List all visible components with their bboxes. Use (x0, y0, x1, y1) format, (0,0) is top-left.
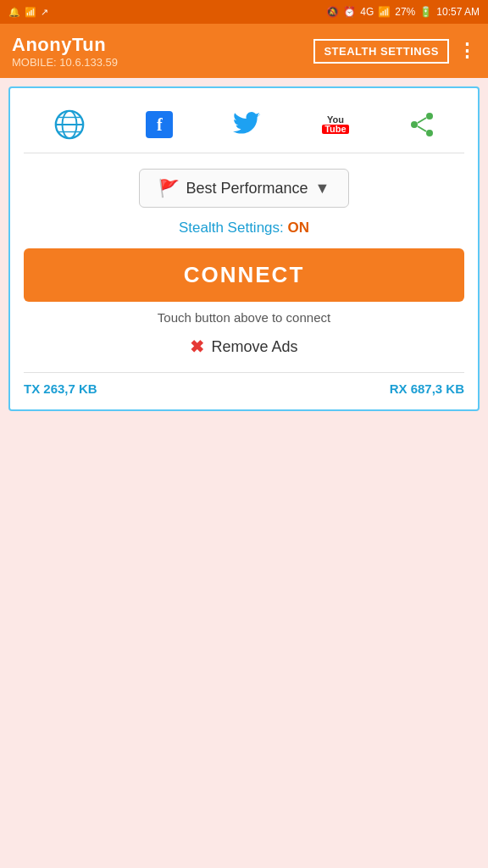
tx-stat: TX 263,7 KB (24, 381, 97, 396)
nav-icons-row: f You Tube (24, 102, 464, 153)
battery-label: 27% (395, 6, 415, 18)
performance-section: 🚩 Best Performance ▼ (24, 169, 464, 208)
globe-icon (53, 108, 86, 141)
mute-icon: 🔕 (326, 6, 339, 18)
more-options-button[interactable]: ⋮ (458, 40, 476, 62)
network-label: 4G (360, 6, 374, 18)
battery-icon: 🔋 (419, 6, 432, 18)
performance-label: Best Performance (186, 180, 308, 198)
stealth-settings-button[interactable]: STEALTH SETTINGS (313, 39, 449, 64)
share-nav-button[interactable] (409, 112, 435, 137)
hint-text: Touch button above to connect (24, 310, 464, 325)
svg-line-8 (418, 118, 426, 123)
transfer-stats: TX 263,7 KB RX 687,3 KB (24, 372, 464, 396)
stealth-status-label: Stealth Settings: (179, 220, 284, 236)
signal-icon: 📶 (378, 6, 391, 18)
header-actions: STEALTH SETTINGS ⋮ (313, 39, 476, 64)
app-name: AnonyTun (12, 34, 118, 56)
share-status-icon: ↗ (41, 7, 48, 18)
notification-icon: 🔔 (8, 7, 20, 18)
rx-stat: RX 687,3 KB (390, 381, 464, 396)
status-right-icons: 🔕 ⏰ 4G 📶 27% 🔋 10:57 AM (326, 6, 480, 18)
facebook-nav-button[interactable]: f (146, 111, 173, 138)
main-panel: f You Tube (8, 86, 480, 411)
stealth-status-row: Stealth Settings: ON (24, 220, 464, 236)
flag-icon: 🚩 (158, 178, 180, 198)
header-title-area: AnonyTun MOBILE: 10.6.133.59 (12, 34, 118, 69)
youtube-nav-button[interactable]: You Tube (322, 115, 348, 134)
remove-ads-label: Remove Ads (211, 338, 297, 356)
app-header: AnonyTun MOBILE: 10.6.133.59 STEALTH SET… (0, 24, 488, 78)
twitter-icon (233, 112, 262, 137)
wifi-icon: 📶 (25, 7, 36, 18)
remove-ads-row[interactable]: ✖ Remove Ads (24, 337, 464, 357)
alarm-icon: ⏰ (343, 6, 356, 18)
stealth-status-value: ON (288, 220, 310, 236)
svg-point-6 (411, 121, 418, 128)
svg-line-9 (418, 126, 426, 131)
youtube-icon: You Tube (322, 115, 348, 134)
svg-point-7 (426, 130, 433, 136)
twitter-nav-button[interactable] (233, 112, 262, 137)
app-subtitle: MOBILE: 10.6.133.59 (12, 56, 118, 69)
clock: 10:57 AM (436, 6, 480, 18)
facebook-icon: f (146, 111, 173, 138)
remove-ads-icon: ✖ (190, 337, 204, 357)
globe-nav-button[interactable] (53, 108, 86, 141)
status-bar: 🔔 📶 ↗ 🔕 ⏰ 4G 📶 27% 🔋 10:57 AM (0, 0, 488, 24)
status-left-icons: 🔔 📶 ↗ (8, 7, 48, 18)
connect-button[interactable]: CONNECT (24, 248, 464, 302)
performance-selector-button[interactable]: 🚩 Best Performance ▼ (139, 169, 350, 208)
svg-point-5 (426, 113, 433, 120)
share-icon (409, 112, 435, 137)
chevron-down-icon: ▼ (315, 180, 330, 198)
